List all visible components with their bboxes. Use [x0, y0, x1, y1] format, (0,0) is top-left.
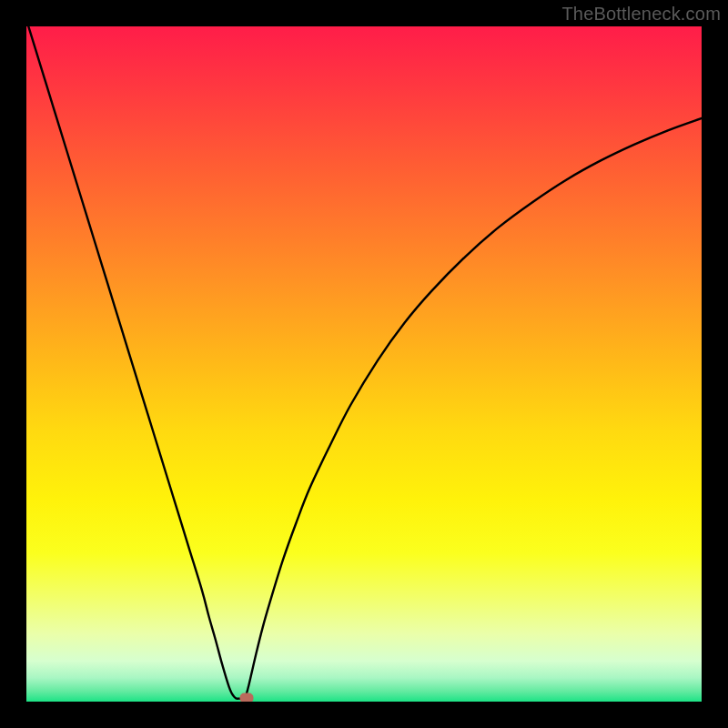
svg-rect-0 — [26, 26, 702, 702]
background-gradient — [26, 26, 702, 702]
attribution-watermark: TheBottleneck.com — [561, 4, 721, 25]
optimal-point-marker — [239, 693, 253, 702]
stage: TheBottleneck.com — [0, 0, 728, 728]
plot-area — [26, 26, 702, 702]
